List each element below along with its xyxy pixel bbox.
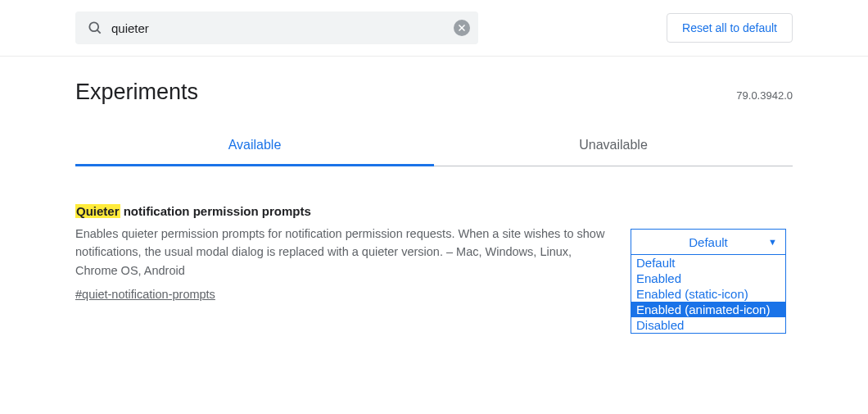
option-enabled[interactable]: Enabled (631, 271, 785, 286)
search-box[interactable] (75, 11, 478, 44)
tab-unavailable[interactable]: Unavailable (434, 138, 793, 166)
chevron-down-icon: ▼ (768, 237, 777, 247)
tab-available[interactable]: Available (75, 138, 434, 166)
tabs: Available Unavailable (75, 138, 793, 166)
option-enabled-static-icon[interactable]: Enabled (static-icon) (631, 286, 785, 302)
flag-title-highlight: Quieter (75, 204, 120, 218)
flag-select-dropdown: Default Enabled Enabled (static-icon) En… (631, 255, 786, 334)
flag-description: Enables quieter permission prompts for n… (75, 225, 609, 280)
flag-title-rest: notification permission prompts (120, 204, 311, 218)
flag-select[interactable]: Default ▼ (631, 229, 786, 255)
option-disabled[interactable]: Disabled (631, 317, 785, 333)
flag-select-value: Default (689, 235, 728, 249)
top-bar: Reset all to default (0, 0, 868, 57)
reset-all-button[interactable]: Reset all to default (667, 13, 793, 43)
page-title: Experiments (75, 80, 198, 105)
search-icon (87, 20, 103, 36)
option-default[interactable]: Default (631, 255, 785, 271)
svg-point-0 (89, 22, 98, 31)
flag-title: Quieter notification permission prompts (75, 204, 609, 218)
flag-item: Quieter notification permission prompts … (75, 204, 793, 334)
svg-line-1 (97, 30, 101, 34)
flag-hash-link[interactable]: #quiet-notification-prompts (75, 288, 215, 301)
clear-search-button[interactable] (454, 20, 470, 36)
search-input[interactable] (103, 21, 454, 35)
option-enabled-animated-icon[interactable]: Enabled (animated-icon) (631, 302, 785, 317)
version-label: 79.0.3942.0 (736, 89, 793, 102)
